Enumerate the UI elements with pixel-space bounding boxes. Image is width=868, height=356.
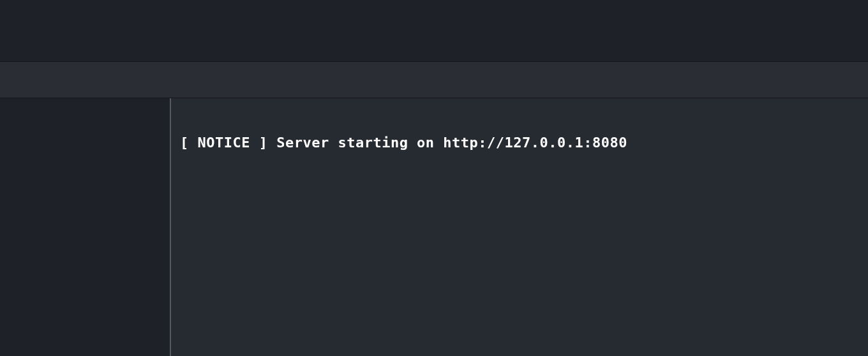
toolbar-area (0, 61, 868, 98)
console-output[interactable]: [ NOTICE ] Server starting on http://127… (171, 98, 868, 356)
gutter-panel (0, 98, 171, 356)
log-line: [ NOTICE ] Server starting on http://127… (180, 134, 859, 152)
title-bar-area (0, 0, 868, 61)
main-area: [ NOTICE ] Server starting on http://127… (0, 98, 868, 356)
